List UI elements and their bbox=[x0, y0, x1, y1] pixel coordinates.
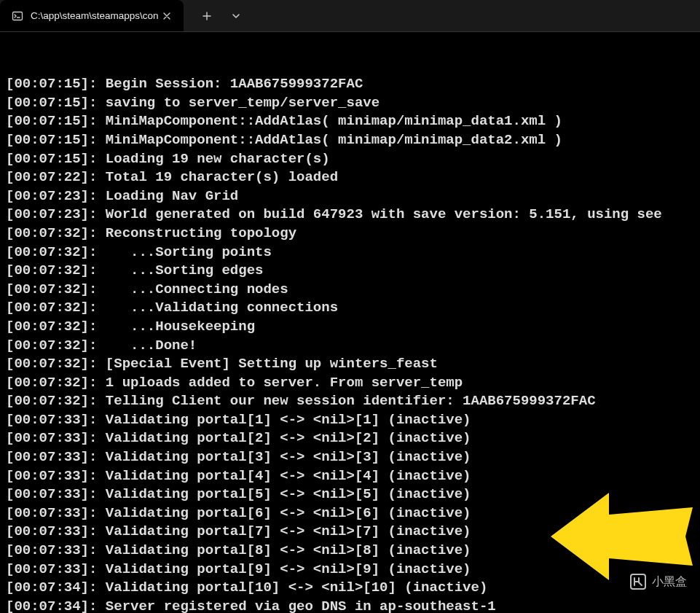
log-line: [00:07:34]: Validating portal[10] <-> <n… bbox=[6, 579, 694, 598]
log-line: [00:07:32]: ...Sorting points bbox=[6, 243, 694, 262]
log-line: [00:07:32]: ...Housekeeping bbox=[6, 318, 694, 337]
log-line: [00:07:32]: ...Connecting nodes bbox=[6, 281, 694, 300]
log-line: [00:07:32]: Reconstructing topology bbox=[6, 224, 694, 243]
log-line: [00:07:33]: Validating portal[2] <-> <ni… bbox=[6, 429, 694, 448]
log-line: [00:07:33]: Validating portal[4] <-> <ni… bbox=[6, 467, 694, 486]
terminal-tab[interactable]: C:\app\steam\steamapps\con bbox=[0, 0, 184, 31]
new-tab-button[interactable] bbox=[194, 3, 220, 29]
log-line: [00:07:32]: 1 uploads added to server. F… bbox=[6, 374, 694, 393]
log-line: [00:07:23]: World generated on build 647… bbox=[6, 206, 694, 224]
log-line: [00:07:33]: Validating portal[7] <-> <ni… bbox=[6, 523, 694, 542]
log-line: [00:07:33]: Validating portal[6] <-> <ni… bbox=[6, 504, 694, 523]
log-line: [00:07:33]: Validating portal[5] <-> <ni… bbox=[6, 485, 694, 504]
log-line: [00:07:15]: Begin Session: 1AAB675999372… bbox=[6, 75, 694, 94]
tab-actions bbox=[194, 3, 249, 29]
terminal-icon bbox=[12, 10, 23, 22]
log-line: [00:07:15]: MiniMapComponent::AddAtlas( … bbox=[6, 131, 694, 150]
log-line: [00:07:15]: Loading 19 new character(s) bbox=[6, 150, 694, 169]
log-line: [00:07:33]: Validating portal[8] <-> <ni… bbox=[6, 542, 694, 561]
log-container: [00:07:15]: Begin Session: 1AAB675999372… bbox=[6, 75, 694, 613]
log-line: [00:07:23]: Loading Nav Grid bbox=[6, 187, 694, 206]
log-line: [00:07:32]: ...Validating connections bbox=[6, 299, 694, 318]
tab-dropdown-button[interactable] bbox=[223, 3, 249, 29]
log-line: [00:07:32]: [Special Event] Setting up w… bbox=[6, 355, 694, 374]
log-line: [00:07:22]: Total 19 character(s) loaded bbox=[6, 168, 694, 187]
log-line: [00:07:33]: Validating portal[9] <-> <ni… bbox=[6, 561, 694, 579]
tab-bar: C:\app\steam\steamapps\con bbox=[0, 0, 700, 32]
log-line: [00:07:34]: Server registered via geo DN… bbox=[6, 598, 694, 613]
log-line: [00:07:15]: MiniMapComponent::AddAtlas( … bbox=[6, 112, 694, 131]
log-line: [00:07:32]: Telling Client our new sessi… bbox=[6, 392, 694, 411]
log-line: [00:07:33]: Validating portal[3] <-> <ni… bbox=[6, 448, 694, 467]
svg-rect-0 bbox=[13, 12, 23, 20]
terminal-output[interactable]: [00:07:15]: Begin Session: 1AAB675999372… bbox=[0, 32, 700, 613]
log-line: [00:07:15]: saving to server_temp/server… bbox=[6, 94, 694, 113]
log-line: [00:07:32]: ...Sorting edges bbox=[6, 262, 694, 281]
log-line: [00:07:32]: ...Done! bbox=[6, 337, 694, 356]
log-line: [00:07:33]: Validating portal[1] <-> <ni… bbox=[6, 411, 694, 430]
tab-title: C:\app\steam\steamapps\con bbox=[31, 10, 159, 21]
close-tab-button[interactable] bbox=[159, 8, 175, 24]
